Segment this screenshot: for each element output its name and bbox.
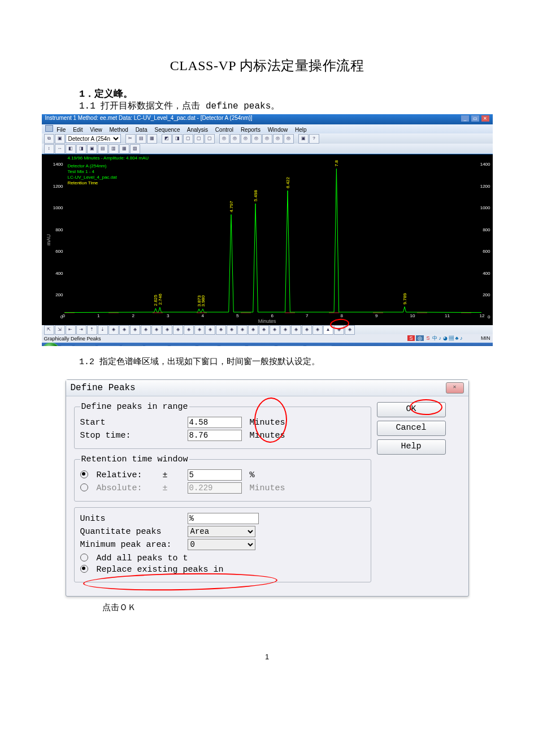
toolbar-icon[interactable]: ▦	[147, 134, 157, 144]
menu-help[interactable]: Help	[295, 127, 307, 133]
relative-radio[interactable]	[80, 470, 88, 478]
toolbar-icon[interactable]: ⇣	[98, 325, 108, 335]
quantitate-select[interactable]: Area	[188, 526, 255, 537]
stop-time-input[interactable]	[188, 430, 242, 441]
toolbar-icon[interactable]: ◈	[141, 325, 151, 335]
toolbar-icon[interactable]: ◈	[119, 325, 129, 335]
relative-option[interactable]: Relative: ±	[80, 470, 188, 480]
toolbar-icon[interactable]: ◨	[172, 134, 183, 144]
toolbar-icon[interactable]: ▣	[298, 134, 309, 144]
menu-analysis[interactable]: Analysis	[187, 127, 208, 133]
close-button[interactable]: ✕	[481, 115, 489, 122]
taskbar-item[interactable]: Hypers...	[220, 345, 246, 347]
toolbar-icon[interactable]: ▢	[205, 134, 215, 144]
taskbar-item-active[interactable]: Instrum...	[306, 345, 332, 347]
taskbar-item[interactable]: ◉ 资...	[75, 345, 96, 347]
relative-input[interactable]	[188, 469, 242, 481]
toolbar-icon[interactable]: ◈	[151, 325, 162, 335]
maximize-button[interactable]: ▭	[471, 115, 479, 122]
add-all-option[interactable]: Add all peaks to t	[80, 554, 188, 563]
menu-data[interactable]: Data	[136, 127, 147, 133]
toolbar-icon[interactable]: ◎	[251, 134, 262, 144]
taskbar-item[interactable]: 3 Micr...	[145, 345, 168, 347]
svg-text:3.980: 3.980	[200, 295, 205, 307]
menu-sequence[interactable]: Sequence	[155, 127, 180, 133]
toolbar-icon[interactable]: ▤	[136, 134, 146, 144]
menu-view[interactable]: View	[90, 127, 102, 133]
toolbar-icon[interactable]: ▢	[194, 134, 204, 144]
toolbar-icon[interactable]: ⧉	[44, 134, 54, 144]
toolbar-icon[interactable]: ◧	[66, 144, 76, 154]
units-input[interactable]	[188, 513, 259, 524]
menu-control[interactable]: Control	[215, 127, 233, 133]
toolbar-icon[interactable]: ◈	[130, 325, 140, 335]
toolbar-icon[interactable]: ◨	[76, 144, 86, 154]
toolbar-icon[interactable]: ↔	[55, 144, 65, 154]
minimize-button[interactable]: _	[461, 115, 469, 122]
replace-radio[interactable]	[80, 565, 88, 573]
dialog-close-button[interactable]: ✕	[446, 382, 464, 394]
taskbar-item[interactable]: Microso...	[248, 345, 275, 347]
toolbar-icon[interactable]: ◈	[227, 325, 237, 335]
taskbar-item[interactable]: Adobe ...	[170, 345, 196, 347]
taskbar-item[interactable]: Shimad...	[277, 345, 304, 347]
start-time-input[interactable]	[188, 417, 242, 428]
toolbar-icon[interactable]: ◈	[259, 325, 269, 335]
toolbar-icon[interactable]: ◈	[173, 325, 183, 335]
toolbar-icon[interactable]: ◈	[270, 325, 280, 335]
taskbar-item[interactable]: ▦	[60, 345, 73, 347]
absolute-option[interactable]: Absolute: ±	[80, 483, 188, 493]
toolbar-icon[interactable]: ◎	[219, 134, 229, 144]
statusbar-text: Graphically Define Peaks	[44, 336, 101, 342]
add-all-radio[interactable]	[80, 554, 88, 561]
menu-file[interactable]: File	[57, 127, 66, 133]
toolbar-icon[interactable]: ◈	[184, 325, 194, 335]
menu-method[interactable]: Method	[109, 127, 128, 133]
toolbar-icon[interactable]: ⇡	[87, 325, 97, 335]
start-button[interactable]	[43, 343, 59, 346]
toolbar-icon[interactable]: ◎	[273, 134, 283, 144]
toolbar-icon[interactable]: ◈	[194, 325, 205, 335]
toolbar-icon[interactable]: ◈	[291, 325, 301, 335]
toolbar-icon[interactable]: ◈	[108, 325, 119, 335]
toolbar-icon[interactable]: ⇤	[66, 325, 76, 335]
toolbar-icon[interactable]: ↕	[44, 144, 54, 154]
toolbar-icon[interactable]: ✂	[125, 134, 136, 144]
toolbar-icon[interactable]: ⇲	[55, 325, 65, 335]
taskbar-item[interactable]: 图片...	[122, 345, 143, 347]
toolbar-icon[interactable]: ◈	[280, 325, 290, 335]
absolute-radio[interactable]	[80, 483, 88, 491]
toolbar-icon[interactable]: ◈	[216, 325, 226, 335]
toolbar-icon[interactable]: ◈	[237, 325, 248, 335]
toolbar-icon[interactable]: ▣	[87, 144, 97, 154]
toolbar-icon[interactable]: ◎	[241, 134, 251, 144]
toolbar-icon[interactable]: ▤	[98, 144, 108, 154]
toolbar-icon[interactable]: ⇥	[76, 325, 86, 335]
toolbar-icon[interactable]: ◈	[162, 325, 172, 335]
help-button[interactable]: Help	[377, 439, 446, 455]
help-icon[interactable]: ?	[309, 134, 319, 144]
toolbar-icon[interactable]: ▧	[130, 144, 140, 154]
toolbar-icon[interactable]: ◈	[248, 325, 258, 335]
toolbar-icon[interactable]: ◎	[262, 134, 272, 144]
toolbar-icon[interactable]: ▦	[119, 144, 129, 154]
detector-select[interactable]: Detector A (254n	[66, 134, 121, 143]
toolbar-icon[interactable]: ◩	[162, 134, 172, 144]
toolbar-icon[interactable]: ⇱	[44, 325, 54, 335]
toolbar-icon[interactable]: ▢	[183, 134, 193, 144]
toolbar-icon[interactable]: ▣	[55, 134, 65, 144]
menu-edit[interactable]: Edit	[73, 127, 83, 133]
cancel-button[interactable]: Cancel	[377, 421, 446, 436]
toolbar-icon[interactable]: ▥	[108, 144, 119, 154]
toolbar-icon[interactable]: ◈	[302, 325, 312, 335]
menu-window[interactable]: Window	[268, 127, 288, 133]
taskbar-item[interactable]: 2 Inte...	[97, 345, 120, 347]
menu-reports[interactable]: Reports	[241, 127, 261, 133]
toolbar-icon[interactable]: ◈	[312, 325, 323, 335]
toolbar-icon[interactable]: ◎	[230, 134, 240, 144]
taskbar-item[interactable]: 4 Wi...	[198, 345, 219, 347]
toolbar-icon[interactable]: ◈	[205, 325, 215, 335]
start-time-label: Start	[80, 418, 188, 427]
min-area-select[interactable]: 0	[188, 539, 255, 550]
toolbar-icon[interactable]: ◎	[284, 134, 294, 144]
